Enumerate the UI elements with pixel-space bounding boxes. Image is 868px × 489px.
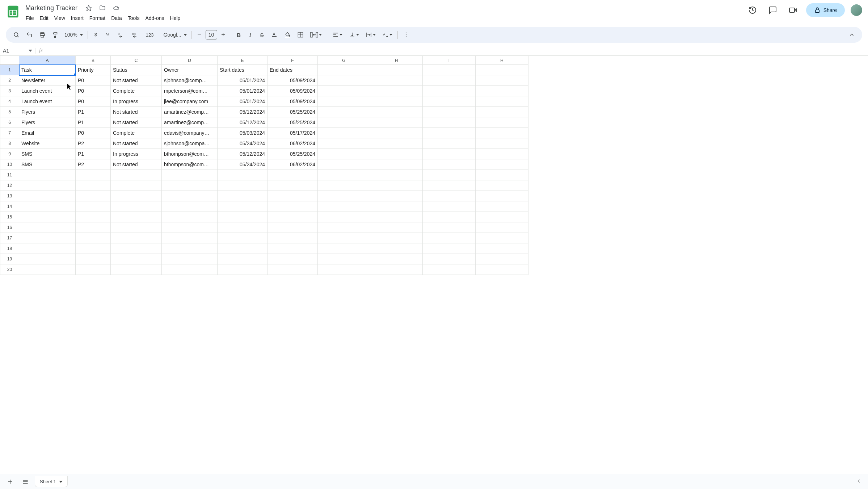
cell[interactable]: Launch event (19, 86, 76, 96)
row-header[interactable]: 12 (0, 180, 19, 191)
cell[interactable] (370, 243, 423, 254)
cell[interactable]: Complete (111, 128, 162, 138)
cell[interactable]: Task (19, 65, 76, 75)
cell[interactable] (370, 149, 423, 159)
row-header[interactable]: 1 (0, 65, 19, 75)
cell[interactable] (423, 65, 476, 75)
zoom-select[interactable]: 100% (62, 30, 85, 39)
col-header-I[interactable]: I (423, 56, 476, 65)
menu-data[interactable]: Data (109, 14, 125, 22)
cell[interactable] (218, 191, 267, 201)
cell[interactable] (162, 201, 218, 212)
cell[interactable] (476, 107, 528, 117)
cell[interactable]: Complete (111, 86, 162, 96)
cell[interactable] (370, 233, 423, 243)
cell[interactable]: Not started (111, 117, 162, 128)
sheet-tab[interactable]: Sheet 1 (35, 476, 68, 487)
row-header[interactable]: 7 (0, 128, 19, 138)
cell[interactable] (476, 191, 528, 201)
cell[interactable] (476, 222, 528, 233)
row-header[interactable]: 3 (0, 86, 19, 96)
cell[interactable] (111, 254, 162, 264)
cell[interactable]: P0 (76, 75, 111, 86)
cell[interactable] (111, 212, 162, 222)
horizontal-align-icon[interactable] (329, 29, 345, 40)
cell[interactable] (267, 170, 318, 180)
paint-format-icon[interactable] (49, 29, 62, 40)
increase-font-size-icon[interactable]: + (218, 29, 229, 40)
col-header-C[interactable]: C (111, 56, 162, 65)
menu-addons[interactable]: Add-ons (143, 14, 167, 22)
cell[interactable] (19, 264, 76, 275)
cell[interactable]: SMS (19, 149, 76, 159)
cell[interactable]: Launch event (19, 96, 76, 107)
cell[interactable]: Flyers (19, 107, 76, 117)
cell[interactable] (370, 170, 423, 180)
row-header[interactable]: 16 (0, 222, 19, 233)
cell[interactable]: 05/01/2024 (218, 96, 267, 107)
cell[interactable] (423, 107, 476, 117)
cell[interactable]: Not started (111, 138, 162, 149)
cell[interactable] (76, 212, 111, 222)
cell[interactable] (267, 243, 318, 254)
cell[interactable] (476, 254, 528, 264)
cell[interactable] (162, 222, 218, 233)
cell[interactable] (476, 65, 528, 75)
menu-file[interactable]: File (23, 14, 37, 22)
cell[interactable] (423, 149, 476, 159)
cell[interactable] (111, 243, 162, 254)
row-header[interactable]: 13 (0, 191, 19, 201)
cell[interactable]: SMS (19, 159, 76, 170)
cell[interactable] (111, 180, 162, 191)
cell[interactable]: mpeterson@com… (162, 86, 218, 96)
cell[interactable] (162, 170, 218, 180)
account-avatar[interactable] (851, 4, 862, 16)
cell[interactable] (423, 86, 476, 96)
spreadsheet-grid[interactable]: A B C D E F G H I H 1TaskPriorityStatusO… (0, 56, 868, 474)
menu-insert[interactable]: Insert (68, 14, 86, 22)
cell[interactable] (318, 254, 370, 264)
collapse-toolbar-icon[interactable] (846, 29, 858, 40)
cell[interactable]: bthompson@com… (162, 159, 218, 170)
search-menus-icon[interactable] (10, 29, 22, 40)
cell[interactable] (162, 180, 218, 191)
cell[interactable] (111, 170, 162, 180)
comments-icon[interactable] (766, 3, 780, 17)
format-number-icon[interactable]: 123 (143, 29, 157, 40)
cell[interactable] (162, 264, 218, 275)
cell[interactable]: 05/09/2024 (267, 86, 318, 96)
cell[interactable] (111, 264, 162, 275)
cell[interactable]: In progress (111, 149, 162, 159)
cell[interactable] (76, 170, 111, 180)
cell[interactable]: 05/24/2024 (218, 159, 267, 170)
cell[interactable] (370, 254, 423, 264)
cell[interactable] (476, 128, 528, 138)
cell[interactable]: 05/25/2024 (267, 149, 318, 159)
cell[interactable] (476, 170, 528, 180)
cell[interactable] (423, 201, 476, 212)
history-icon[interactable] (745, 3, 760, 17)
cell[interactable] (111, 222, 162, 233)
row-header[interactable]: 9 (0, 149, 19, 159)
cell[interactable]: 05/25/2024 (267, 107, 318, 117)
cell[interactable]: sjohnson@comp… (162, 75, 218, 86)
cell[interactable]: Not started (111, 107, 162, 117)
cell[interactable]: End dates (267, 65, 318, 75)
cell[interactable] (19, 254, 76, 264)
cell[interactable] (423, 222, 476, 233)
cell[interactable] (111, 201, 162, 212)
cell[interactable] (476, 212, 528, 222)
cell[interactable] (267, 180, 318, 191)
cell[interactable] (370, 264, 423, 275)
all-sheets-icon[interactable] (20, 476, 31, 488)
cell[interactable] (267, 254, 318, 264)
row-header[interactable]: 20 (0, 264, 19, 275)
cell[interactable] (476, 86, 528, 96)
cell[interactable] (423, 212, 476, 222)
cell[interactable] (370, 128, 423, 138)
cell[interactable]: amartinez@comp… (162, 107, 218, 117)
cell[interactable] (318, 107, 370, 117)
cell[interactable]: In progress (111, 96, 162, 107)
cell[interactable] (162, 191, 218, 201)
cell[interactable] (370, 107, 423, 117)
